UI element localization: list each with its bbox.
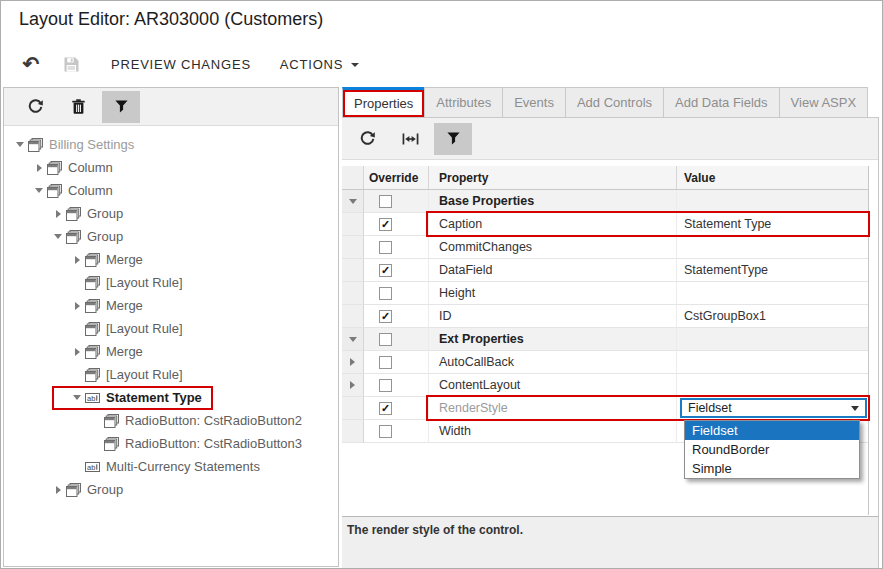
property-row-commitchanges[interactable]: CommitChanges: [342, 236, 868, 259]
property-value[interactable]: StatementType: [677, 259, 868, 282]
save-icon[interactable]: [61, 57, 81, 72]
tree-item-content: Merge: [54, 296, 152, 316]
checkbox-unchecked[interactable]: [379, 195, 392, 208]
undo-icon[interactable]: ↶: [21, 54, 41, 74]
tab-properties[interactable]: Properties: [342, 87, 425, 117]
property-name: Width: [429, 420, 677, 443]
tab-events[interactable]: Events: [502, 87, 566, 117]
checkbox-unchecked[interactable]: [379, 287, 392, 300]
filter-icon[interactable]: [434, 123, 472, 155]
tab-attributes[interactable]: Attributes: [424, 87, 503, 117]
tree-item-group[interactable]: Group: [4, 225, 338, 248]
checkbox-unchecked[interactable]: [379, 241, 392, 254]
tree-item-layout-rule[interactable]: [Layout Rule]: [4, 271, 338, 294]
property-name: ContentLayout: [429, 374, 677, 397]
row-gutter[interactable]: [342, 190, 364, 213]
checkbox-unchecked[interactable]: [379, 379, 392, 392]
property-row-id[interactable]: ✓IDCstGroupBox1: [342, 305, 868, 328]
dropdown-option-roundborder[interactable]: RoundBorder: [685, 440, 859, 459]
tree-item-content: Merge: [54, 250, 152, 270]
tree-item-billing-settings[interactable]: Billing Settings: [4, 133, 338, 156]
collapse-arrow-icon[interactable]: [349, 199, 357, 204]
no-arrow: [88, 413, 104, 429]
property-row-autocallback[interactable]: AutoCallBack: [342, 351, 868, 374]
property-value[interactable]: Fieldset: [677, 397, 868, 420]
group-row-base-properties[interactable]: Base Properties: [342, 190, 868, 213]
tab-add-data-fields[interactable]: Add Data Fields: [663, 87, 780, 117]
tree-item-group[interactable]: Group: [4, 202, 338, 225]
expand-arrow-icon[interactable]: [69, 344, 85, 360]
tree-item-label: Group: [87, 482, 123, 497]
property-value[interactable]: [677, 351, 868, 374]
tab-add-controls[interactable]: Add Controls: [565, 87, 664, 117]
tree-item-radiobutton-cstradiobutton3[interactable]: RadioButton: CstRadioButton3: [4, 432, 338, 455]
property-value[interactable]: CstGroupBox1: [677, 305, 868, 328]
tree-item-radiobutton-cstradiobutton2[interactable]: RadioButton: CstRadioButton2: [4, 409, 338, 432]
property-row-caption[interactable]: ✓CaptionStatement Type: [342, 213, 868, 236]
property-row-contentlayout[interactable]: ContentLayout: [342, 374, 868, 397]
collapse-arrow-icon[interactable]: [69, 390, 85, 406]
checkbox-checked[interactable]: ✓: [379, 402, 392, 415]
tree-item-merge[interactable]: Merge: [4, 340, 338, 363]
row-gutter[interactable]: [342, 328, 364, 351]
renderstyle-combo[interactable]: Fieldset: [680, 398, 867, 418]
property-row-renderstyle[interactable]: ✓RenderStyleFieldset: [342, 397, 868, 420]
collapse-arrow-icon[interactable]: [50, 229, 66, 245]
collapse-arrow-icon[interactable]: [31, 183, 47, 199]
expand-arrow-icon[interactable]: [350, 381, 355, 389]
property-value[interactable]: [677, 190, 868, 213]
property-row-datafield[interactable]: ✓DataFieldStatementType: [342, 259, 868, 282]
row-gutter[interactable]: [342, 374, 364, 397]
checkbox-unchecked[interactable]: [379, 333, 392, 346]
expand-arrow-icon[interactable]: [50, 206, 66, 222]
collapse-arrow-icon[interactable]: [349, 337, 357, 342]
no-arrow: [69, 367, 85, 383]
property-value[interactable]: [677, 328, 868, 351]
tree-item-layout-rule[interactable]: [Layout Rule]: [4, 363, 338, 386]
tree-item-content: [Layout Rule]: [54, 319, 192, 339]
tab-view-aspx[interactable]: View ASPX: [779, 87, 869, 117]
checkbox-checked[interactable]: ✓: [379, 264, 392, 277]
expand-arrow-icon[interactable]: [350, 358, 355, 366]
override-cell: [364, 190, 429, 213]
tree-item-content: RadioButton: CstRadioButton3: [73, 434, 311, 454]
filter-icon[interactable]: [102, 91, 140, 123]
tree-item-layout-rule[interactable]: [Layout Rule]: [4, 317, 338, 340]
dropdown-option-simple[interactable]: Simple: [685, 459, 859, 478]
refresh-icon[interactable]: [348, 123, 386, 155]
tree-item-group[interactable]: Group: [4, 478, 338, 501]
checkbox-checked[interactable]: ✓: [379, 310, 392, 323]
tab-strip: PropertiesAttributesEventsAdd ControlsAd…: [342, 87, 879, 118]
group-row-ext-properties[interactable]: Ext Properties: [342, 328, 868, 351]
checkbox-unchecked[interactable]: [379, 356, 392, 369]
dropdown-option-fieldset[interactable]: Fieldset: [685, 421, 859, 440]
property-value[interactable]: [677, 374, 868, 397]
row-gutter[interactable]: [342, 351, 364, 374]
tab-label: View ASPX: [791, 95, 857, 110]
expand-arrow-icon[interactable]: [31, 160, 47, 176]
collapse-arrow-icon[interactable]: [12, 137, 28, 153]
property-value[interactable]: [677, 282, 868, 305]
autofit-icon[interactable]: [391, 123, 429, 155]
property-value[interactable]: [677, 236, 868, 259]
tree-item-column[interactable]: Column: [4, 179, 338, 202]
tree-item-statement-type[interactable]: abStatement Type: [4, 386, 338, 409]
property-value[interactable]: Statement Type: [677, 213, 868, 236]
property-row-height[interactable]: Height: [342, 282, 868, 305]
trash-icon[interactable]: [59, 91, 97, 123]
checkbox-unchecked[interactable]: [379, 425, 392, 438]
no-arrow: [88, 436, 104, 452]
tree-item-merge[interactable]: Merge: [4, 294, 338, 317]
override-cell: [364, 420, 429, 443]
tree-item-multi-currency-statements[interactable]: abMulti-Currency Statements: [4, 455, 338, 478]
layout-icon: [85, 345, 101, 359]
expand-arrow-icon[interactable]: [50, 482, 66, 498]
checkbox-checked[interactable]: ✓: [379, 218, 392, 231]
expand-arrow-icon[interactable]: [69, 298, 85, 314]
preview-changes-button[interactable]: PREVIEW CHANGES: [111, 57, 251, 72]
tree-item-column[interactable]: Column: [4, 156, 338, 179]
refresh-icon[interactable]: [16, 91, 54, 123]
expand-arrow-icon[interactable]: [69, 252, 85, 268]
tree-item-merge[interactable]: Merge: [4, 248, 338, 271]
actions-menu-button[interactable]: ACTIONS: [280, 57, 359, 72]
